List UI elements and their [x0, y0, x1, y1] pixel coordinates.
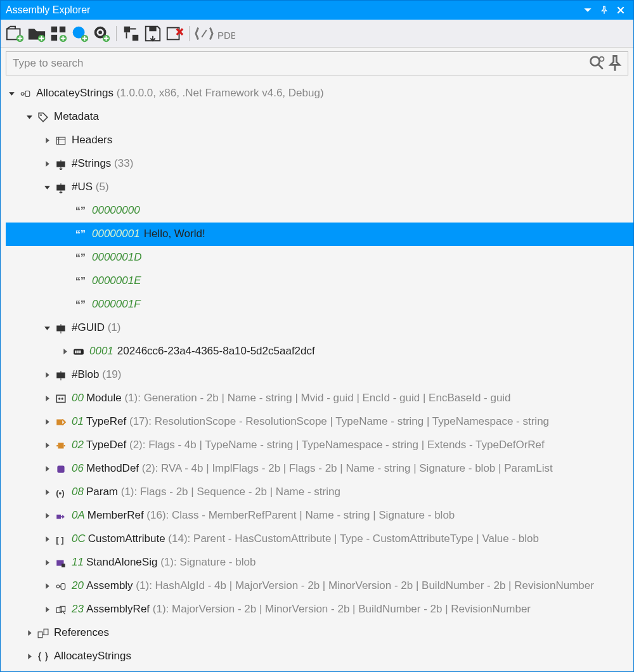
- metadata-table-node[interactable]: 0AMemberRef (16): Class - MemberRefParen…: [6, 504, 633, 527]
- expand-icon[interactable]: [23, 651, 35, 662]
- headers-icon: [54, 134, 68, 148]
- open-xml-button[interactable]: [195, 24, 214, 43]
- metadata-table-node[interactable]: (•)08Param (1): Flags - 2b | Sequence - …: [6, 481, 633, 504]
- string-entry[interactable]: “” 0000001F: [6, 293, 633, 316]
- svg-point-37: [58, 397, 60, 399]
- us-node[interactable]: #US (5): [6, 176, 633, 199]
- expand-icon[interactable]: [41, 534, 53, 545]
- open-folder-button[interactable]: [27, 24, 46, 43]
- metadata-table-node[interactable]: 01TypeRef (17): ResolutionScope - Resolu…: [6, 410, 633, 434]
- toolbar-separator: [189, 26, 190, 41]
- node-label: Metadata: [54, 110, 99, 123]
- open-nuget-button[interactable]: [70, 24, 89, 43]
- metadata-table-node[interactable]: [ ]0CCustomAttribute (14): Parent - HasC…: [6, 527, 633, 551]
- svg-rect-20: [25, 91, 30, 96]
- expand-icon[interactable]: [41, 323, 53, 334]
- asmref-icon: [54, 603, 68, 617]
- toolbar-separator: [116, 26, 117, 41]
- expand-icon[interactable]: [41, 182, 53, 193]
- expand-icon[interactable]: [59, 346, 70, 358]
- table-count: (1): [136, 579, 149, 591]
- svg-rect-34: [79, 350, 81, 353]
- search-options-icon[interactable]: [588, 55, 606, 72]
- expand-icon[interactable]: [41, 393, 53, 404]
- expand-icon[interactable]: [23, 628, 35, 639]
- svg-rect-30: [56, 325, 65, 331]
- string-entry[interactable]: “” 0000001D: [6, 246, 633, 269]
- memberref-icon: [54, 509, 68, 523]
- svg-rect-4: [60, 26, 65, 32]
- close-button[interactable]: [613, 3, 628, 18]
- expand-icon[interactable]: [41, 158, 53, 170]
- metadata-table-node[interactable]: 11StandAloneSig (1): Signature - blob: [6, 551, 633, 574]
- string-entry[interactable]: “” 0000001E: [6, 269, 633, 293]
- search-box[interactable]: [6, 51, 628, 75]
- references-node[interactable]: References: [6, 621, 633, 645]
- svg-rect-3: [51, 26, 57, 32]
- node-label: #Strings: [72, 157, 111, 169]
- open-file-button[interactable]: [6, 24, 25, 43]
- svg-point-47: [56, 585, 60, 588]
- node-label: Headers: [72, 134, 112, 146]
- open-settings-button[interactable]: [92, 24, 111, 43]
- search-input[interactable]: [13, 57, 588, 70]
- remove-button[interactable]: [165, 24, 184, 43]
- metadata-table-node[interactable]: 06MethodDef (2): RVA - 4b | ImplFlags - …: [6, 457, 633, 481]
- expand-icon[interactable]: [41, 370, 53, 381]
- guid-node[interactable]: #GUID (1): [6, 316, 633, 340]
- expand-icon[interactable]: [41, 463, 53, 475]
- pin-search-icon[interactable]: [606, 55, 624, 72]
- quote-icon: “”: [74, 204, 88, 218]
- headers-node[interactable]: Headers: [6, 129, 633, 152]
- pin-button[interactable]: [597, 3, 612, 18]
- table-count: (1): [153, 603, 166, 615]
- table-count: (2): [142, 462, 155, 474]
- expand-icon[interactable]: [6, 88, 17, 100]
- strings-node[interactable]: #Strings (33): [6, 152, 633, 176]
- sig-icon: [54, 556, 68, 570]
- svg-point-19: [21, 92, 24, 95]
- expand-icon[interactable]: [41, 510, 53, 522]
- expand-icon[interactable]: [23, 112, 35, 123]
- save-button[interactable]: [143, 24, 162, 43]
- table-name: TypeDef: [86, 439, 126, 451]
- string-entry[interactable]: “” 00000001 Hello, World!: [6, 223, 633, 246]
- svg-rect-36: [56, 395, 65, 402]
- string-entry[interactable]: “” 00000000: [6, 199, 633, 223]
- svg-rect-41: [57, 465, 64, 472]
- svg-rect-52: [44, 629, 48, 635]
- svg-rect-49: [56, 607, 61, 612]
- table-index: 0A: [72, 509, 85, 521]
- toggle-reference-button[interactable]: [122, 24, 141, 43]
- metadata-table-node[interactable]: 23AssemblyRef (1): MajorVersion - 2b | M…: [6, 598, 633, 621]
- metadata-node[interactable]: Metadata: [6, 105, 633, 129]
- metadata-table-node[interactable]: 20Assembly (1): HashAlgId - 4b | MajorVe…: [6, 574, 633, 598]
- expand-icon[interactable]: [41, 581, 53, 592]
- node-label: AllocateyStrings: [54, 650, 131, 662]
- open-pdb-button[interactable]: PDB: [216, 24, 235, 43]
- expand-icon[interactable]: [41, 557, 53, 569]
- guid-entry[interactable]: 000120246cc6-23a4-4365-8a10-5d2c5aaf2dcf: [6, 340, 633, 363]
- module-icon: [54, 392, 68, 406]
- node-count: (5): [96, 181, 109, 193]
- expand-icon[interactable]: [41, 604, 53, 616]
- blob-node[interactable]: #Blob (19): [6, 363, 633, 387]
- metadata-table-node[interactable]: 02TypeDef (2): Flags - 4b | TypeName - s…: [6, 434, 633, 457]
- svg-text:[ ]: [ ]: [56, 534, 64, 544]
- assembly-node[interactable]: AllocateyStrings (1.0.0.0, x86, .Net Fra…: [6, 82, 633, 105]
- dropdown-button[interactable]: [580, 3, 595, 18]
- svg-text:“”: “”: [75, 299, 86, 310]
- param-icon: (•): [54, 486, 68, 500]
- table-detail: : MajorVersion - 2b | MinorVersion - 2b …: [166, 603, 531, 615]
- namespace-node[interactable]: AllocateyStrings: [6, 645, 633, 668]
- open-gac-button[interactable]: [49, 24, 68, 43]
- expand-icon[interactable]: [41, 487, 53, 498]
- expand-icon[interactable]: [41, 417, 53, 428]
- metadata-table-node[interactable]: 00Module (1): Generation - 2b | Name - s…: [6, 387, 633, 410]
- quote-icon: “”: [74, 275, 88, 288]
- table-index: 02: [72, 439, 84, 451]
- table-name: Param: [86, 486, 118, 498]
- expand-icon[interactable]: [41, 135, 53, 146]
- assembly-name: AllocateyStrings: [36, 87, 113, 99]
- expand-icon[interactable]: [41, 440, 53, 451]
